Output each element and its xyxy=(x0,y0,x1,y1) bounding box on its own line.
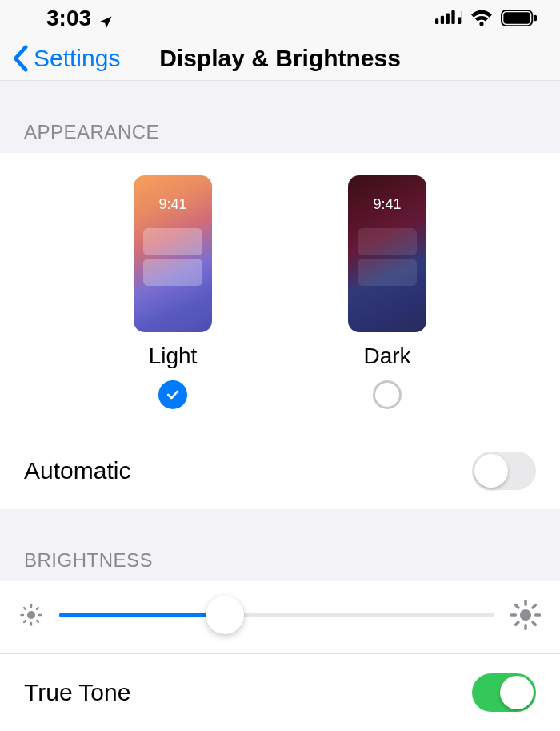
svg-line-18 xyxy=(37,608,38,609)
dark-label: Dark xyxy=(363,343,410,369)
brightness-slider-row xyxy=(0,581,560,654)
preview-time: 9:41 xyxy=(134,196,212,213)
svg-rect-0 xyxy=(435,19,438,25)
location-icon xyxy=(98,10,114,26)
status-right xyxy=(435,10,538,27)
brightness-slider[interactable] xyxy=(59,596,494,634)
status-bar: 3:03 xyxy=(0,0,560,38)
chevron-left-icon xyxy=(11,45,29,72)
svg-rect-9 xyxy=(534,15,537,22)
status-time: 3:03 xyxy=(46,6,91,31)
navigation-bar: Settings Display & Brightness xyxy=(0,38,560,81)
svg-point-6 xyxy=(479,22,483,26)
dark-mode-preview: 9:41 xyxy=(348,175,426,332)
svg-line-26 xyxy=(516,622,518,625)
svg-line-17 xyxy=(24,621,26,622)
section-header-appearance: APPEARANCE xyxy=(0,81,560,153)
true-tone-label: True Tone xyxy=(24,679,130,706)
true-tone-row: True Tone xyxy=(0,654,560,731)
svg-line-16 xyxy=(37,621,38,622)
page-title: Display & Brightness xyxy=(159,45,401,72)
sun-small-icon xyxy=(19,603,43,627)
svg-line-27 xyxy=(533,605,535,608)
svg-rect-2 xyxy=(446,14,450,25)
svg-line-15 xyxy=(24,608,26,609)
appearance-option-dark[interactable]: 9:41 Dark xyxy=(348,175,426,409)
light-mode-preview: 9:41 xyxy=(134,175,212,332)
sun-large-icon xyxy=(510,600,541,630)
svg-rect-5 xyxy=(458,10,461,18)
cellular-signal-icon xyxy=(435,10,462,26)
svg-line-24 xyxy=(516,605,518,608)
svg-point-19 xyxy=(520,609,531,621)
dark-radio[interactable] xyxy=(373,380,402,409)
svg-rect-8 xyxy=(503,13,530,24)
battery-icon xyxy=(501,10,538,27)
automatic-row: Automatic xyxy=(0,432,560,509)
status-left: 3:03 xyxy=(46,6,114,31)
brightness-section: True Tone xyxy=(0,581,560,731)
true-tone-toggle[interactable] xyxy=(472,673,536,712)
appearance-option-light[interactable]: 9:41 Light xyxy=(134,175,212,409)
light-radio[interactable] xyxy=(158,380,187,409)
svg-rect-1 xyxy=(441,16,444,24)
automatic-label: Automatic xyxy=(24,457,130,484)
appearance-section: 9:41 Light 9:41 Dark Automat xyxy=(0,153,560,509)
light-label: Light xyxy=(149,343,198,369)
svg-line-25 xyxy=(533,622,535,625)
preview-time: 9:41 xyxy=(348,196,426,213)
automatic-toggle[interactable] xyxy=(472,452,536,490)
brightness-slider-thumb[interactable] xyxy=(206,596,244,634)
svg-point-10 xyxy=(27,611,35,619)
checkmark-icon xyxy=(165,387,181,403)
back-label: Settings xyxy=(34,45,120,72)
back-button[interactable]: Settings xyxy=(11,45,120,72)
wifi-icon xyxy=(470,10,493,27)
svg-rect-3 xyxy=(451,10,454,24)
section-header-brightness: BRIGHTNESS xyxy=(0,509,560,581)
